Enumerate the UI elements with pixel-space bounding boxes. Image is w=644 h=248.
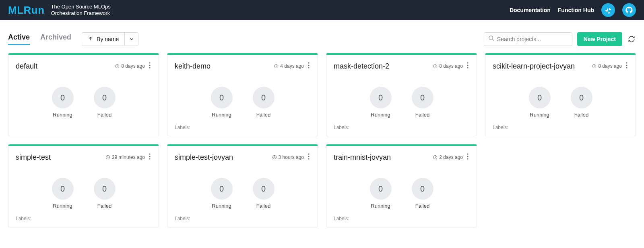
clock-icon <box>115 64 120 69</box>
kebab-menu[interactable] <box>466 153 469 161</box>
running-count: 0 <box>370 87 392 108</box>
running-label: Running <box>52 203 74 209</box>
kebab-menu[interactable] <box>148 62 151 70</box>
brand-tagline-line2: Orchestration Framework <box>51 10 111 17</box>
labels-row: Labels: <box>334 118 469 130</box>
svg-point-1 <box>149 62 150 63</box>
toolbar-right: New Project <box>484 32 636 46</box>
failed-stat[interactable]: 0 Failed <box>253 87 275 118</box>
running-stat[interactable]: 0 Running <box>529 87 551 118</box>
project-stats: 0 Running 0 Failed <box>16 87 151 118</box>
brand-logo[interactable]: MLRun <box>8 4 45 17</box>
documentation-link[interactable]: Documentation <box>510 7 551 13</box>
topbar: MLRun The Open Source MLOps Orchestratio… <box>0 0 644 20</box>
brand-tagline-line1: The Open Source MLOps <box>51 4 111 10</box>
function-hub-link[interactable]: Function Hub <box>558 7 594 13</box>
project-time: 29 minutes ago <box>105 154 145 160</box>
refresh-button[interactable] <box>627 35 636 44</box>
project-card[interactable]: mask-detection-2 8 days ago 0 Running 0 … <box>326 53 477 136</box>
brand-tagline: The Open Source MLOps Orchestration Fram… <box>51 4 111 17</box>
running-stat[interactable]: 0 Running <box>211 87 233 118</box>
svg-point-11 <box>467 67 468 68</box>
refresh-icon <box>628 35 635 43</box>
project-name[interactable]: simple-test-jovyan <box>175 153 233 162</box>
new-project-button[interactable]: New Project <box>577 32 622 46</box>
kebab-menu[interactable] <box>307 62 310 70</box>
svg-point-14 <box>626 65 627 66</box>
failed-stat[interactable]: 0 Failed <box>94 178 116 209</box>
running-count: 0 <box>52 87 74 108</box>
clock-icon <box>592 64 597 69</box>
sort-button[interactable]: By name <box>82 32 138 46</box>
failed-label: Failed <box>412 112 433 118</box>
failed-count: 0 <box>412 178 433 200</box>
search-input[interactable] <box>497 36 568 42</box>
kebab-menu[interactable] <box>148 153 151 161</box>
failed-count: 0 <box>571 87 592 108</box>
running-stat[interactable]: 0 Running <box>211 178 233 209</box>
running-stat[interactable]: 0 Running <box>52 87 74 118</box>
labels-row: Labels: <box>16 209 151 221</box>
kebab-icon <box>308 62 310 69</box>
project-card[interactable]: simple-test-jovyan 3 hours ago 0 Running… <box>167 144 318 227</box>
project-card[interactable]: train-mnist-jovyan 2 days ago 0 Running … <box>326 144 477 227</box>
project-card[interactable]: default 8 days ago 0 Running 0 Failed <box>8 53 159 136</box>
slack-icon[interactable] <box>601 3 615 17</box>
running-stat[interactable]: 0 Running <box>370 87 392 118</box>
project-name[interactable]: mask-detection-2 <box>334 62 389 71</box>
svg-point-26 <box>467 156 468 157</box>
svg-point-7 <box>308 67 309 68</box>
project-time: 3 hours ago <box>272 154 304 160</box>
project-name[interactable]: train-mnist-jovyan <box>334 153 391 162</box>
svg-point-9 <box>467 62 468 63</box>
github-icon[interactable] <box>622 3 636 17</box>
running-label: Running <box>370 112 392 118</box>
svg-point-17 <box>149 153 150 154</box>
failed-label: Failed <box>571 112 592 118</box>
failed-stat[interactable]: 0 Failed <box>94 87 116 118</box>
svg-point-23 <box>308 158 309 159</box>
kebab-menu[interactable] <box>307 153 310 161</box>
project-name[interactable]: keith-demo <box>175 62 211 71</box>
project-name[interactable]: default <box>16 62 37 71</box>
running-stat[interactable]: 0 Running <box>370 178 392 209</box>
failed-label: Failed <box>253 203 275 209</box>
kebab-menu[interactable] <box>625 62 628 70</box>
svg-point-19 <box>149 158 150 159</box>
project-stats: 0 Running 0 Failed <box>334 87 469 118</box>
failed-stat[interactable]: 0 Failed <box>412 87 433 118</box>
running-count: 0 <box>211 178 233 200</box>
failed-stat[interactable]: 0 Failed <box>571 87 592 118</box>
project-card[interactable]: simple-test 29 minutes ago 0 Running 0 F… <box>8 144 159 227</box>
project-name[interactable]: simple-test <box>16 153 51 162</box>
labels-row: Labels: <box>175 118 310 130</box>
running-stat[interactable]: 0 Running <box>52 178 74 209</box>
labels-row: Labels: <box>493 118 628 130</box>
labels-row: Labels: <box>334 209 469 221</box>
sort-arrow-up-icon <box>88 36 93 43</box>
project-time: 4 days ago <box>274 63 304 69</box>
failed-stat[interactable]: 0 Failed <box>253 178 275 209</box>
svg-point-2 <box>149 65 150 66</box>
failed-stat[interactable]: 0 Failed <box>412 178 433 209</box>
svg-point-10 <box>467 65 468 66</box>
project-name[interactable]: scikit-learn-project-jovyan <box>493 62 575 71</box>
sort-caret[interactable] <box>124 33 138 46</box>
project-card[interactable]: keith-demo 4 days ago 0 Running 0 Failed <box>167 53 318 136</box>
svg-point-15 <box>626 67 627 68</box>
toolbar-left: Active Archived By name <box>8 32 138 46</box>
svg-point-22 <box>308 156 309 157</box>
running-count: 0 <box>211 87 233 108</box>
kebab-menu[interactable] <box>466 62 469 70</box>
labels-row: Labels: <box>175 209 310 221</box>
chevron-down-icon <box>129 36 134 42</box>
clock-icon <box>272 155 277 160</box>
tab-archived[interactable]: Archived <box>40 33 71 45</box>
project-card[interactable]: scikit-learn-project-jovyan 8 days ago 0… <box>485 53 636 136</box>
running-count: 0 <box>529 87 551 108</box>
tab-active[interactable]: Active <box>8 33 30 45</box>
search-field[interactable] <box>484 32 572 46</box>
search-icon <box>488 35 497 43</box>
failed-count: 0 <box>253 87 275 108</box>
running-label: Running <box>529 112 551 118</box>
